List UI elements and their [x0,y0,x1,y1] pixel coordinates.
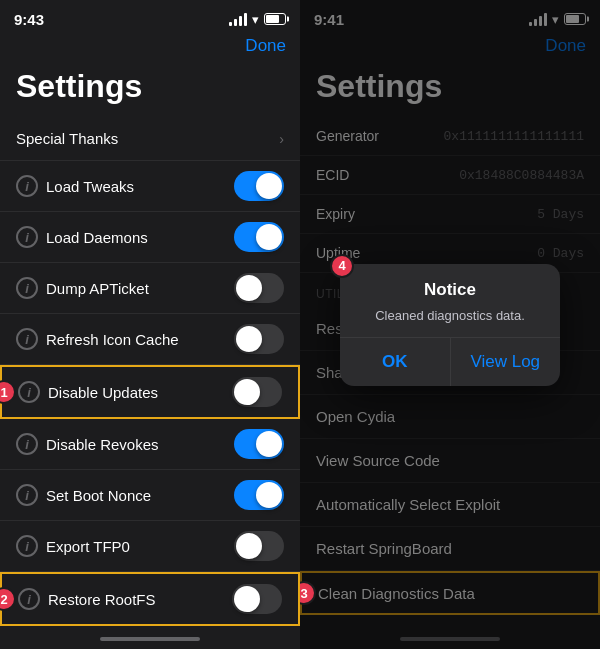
toggle-disable-updates[interactable] [232,377,282,407]
setting-disable-updates[interactable]: 1 i Disable Updates [0,365,300,419]
setting-special-thanks[interactable]: Special Thanks › [0,117,300,161]
modal-title: Notice [340,264,560,304]
wifi-icon: ▾ [252,12,259,27]
left-status-icons: ▾ [229,12,286,27]
left-bottom-indicator [100,637,200,641]
toggle-load-daemons[interactable] [234,222,284,252]
setting-label-load-daemons: Load Daemons [46,229,234,246]
left-status-bar: 9:43 ▾ [0,0,300,36]
right-panel: 9:41 ▾ Done Settings Generator 0x1111111… [300,0,600,649]
setting-set-boot-nonce[interactable]: i Set Boot Nonce [0,470,300,521]
notice-modal: Notice Cleaned diagnostics data. OK View… [340,264,560,386]
setting-label-export-tfp0: Export TFP0 [46,538,234,555]
setting-dump-apticket[interactable]: i Dump APTicket [0,263,300,314]
modal-message: Cleaned diagnostics data. [340,304,560,337]
toggle-disable-revokes[interactable] [234,429,284,459]
toggle-load-tweaks[interactable] [234,171,284,201]
info-icon-restore-rootfs[interactable]: i [18,588,40,610]
battery-icon [264,13,286,25]
info-icon-load-tweaks[interactable]: i [16,175,38,197]
badge-4: 4 [330,254,354,278]
modal-buttons: OK View Log [340,338,560,386]
setting-load-daemons[interactable]: i Load Daemons [0,212,300,263]
setting-load-tweaks[interactable]: i Load Tweaks [0,161,300,212]
badge-1: 1 [0,380,16,404]
left-panel: 9:43 ▾ Done Settings Special Thanks › i … [0,0,300,649]
left-settings-list: Special Thanks › i Load Tweaks i Load Da… [0,117,300,631]
info-icon-disable-revokes[interactable]: i [16,433,38,455]
setting-label-disable-updates: Disable Updates [48,384,232,401]
setting-label-load-tweaks: Load Tweaks [46,178,234,195]
toggle-export-tfp0[interactable] [234,531,284,561]
setting-label-dump-apticket: Dump APTicket [46,280,234,297]
info-icon-refresh-icon-cache[interactable]: i [16,328,38,350]
setting-label-set-boot-nonce: Set Boot Nonce [46,487,234,504]
toggle-set-boot-nonce[interactable] [234,480,284,510]
setting-label-disable-revokes: Disable Revokes [46,436,234,453]
left-done-button[interactable]: Done [245,36,286,56]
chevron-right-icon: › [279,131,284,147]
info-icon-disable-updates[interactable]: i [18,381,40,403]
toggle-restore-rootfs[interactable] [232,584,282,614]
info-icon-export-tfp0[interactable]: i [16,535,38,557]
modal-ok-button[interactable]: OK [340,338,450,386]
toggle-refresh-icon-cache[interactable] [234,324,284,354]
setting-export-tfp0[interactable]: i Export TFP0 [0,521,300,572]
info-icon-set-boot-nonce[interactable]: i [16,484,38,506]
info-icon-load-daemons[interactable]: i [16,226,38,248]
info-icon-dump-apticket[interactable]: i [16,277,38,299]
badge-2: 2 [0,587,16,611]
setting-label-special-thanks: Special Thanks [16,130,279,147]
left-panel-title: Settings [0,62,300,117]
toggle-dump-apticket[interactable] [234,273,284,303]
left-header: Done [0,36,300,62]
left-time: 9:43 [14,11,44,28]
setting-disable-revokes[interactable]: i Disable Revokes [0,419,300,470]
modal-view-log-button[interactable]: View Log [451,338,561,386]
setting-restore-rootfs[interactable]: 2 i Restore RootFS [0,572,300,626]
setting-label-refresh-icon-cache: Refresh Icon Cache [46,331,234,348]
setting-refresh-icon-cache[interactable]: i Refresh Icon Cache [0,314,300,365]
setting-label-restore-rootfs: Restore RootFS [48,591,232,608]
modal-overlay: 4 Notice Cleaned diagnostics data. OK Vi… [300,0,600,649]
signal-icon [229,13,247,26]
setting-max-memory-limit[interactable]: i Max Memory Limit [0,626,300,631]
